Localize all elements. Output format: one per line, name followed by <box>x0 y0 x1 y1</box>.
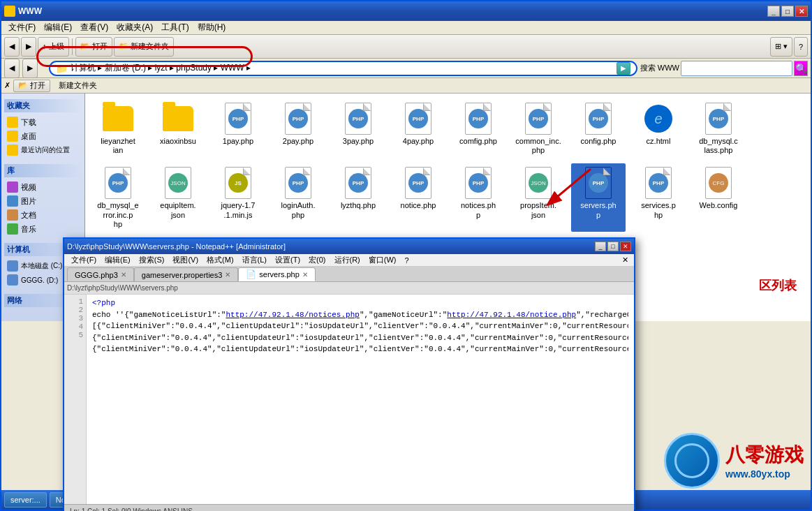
open-button[interactable]: 📂 打开 <box>75 37 112 57</box>
npp-tab-gameserver[interactable]: gameserver.properties3 ✕ <box>134 267 239 281</box>
php-icon-selected: PHP <box>585 167 612 199</box>
address-go-button[interactable]: ▶ <box>617 62 630 75</box>
npp-menu-search[interactable]: 搜索(S) <box>135 254 169 266</box>
file-item-servers[interactable]: PHP servers.php <box>571 163 626 232</box>
file-item-4pay[interactable]: PHP 4pay.php <box>391 99 445 158</box>
file-item-jquery[interactable]: JS jquery-1.7.1.min.js <box>211 163 265 232</box>
menu-favorites[interactable]: 收藏夹(A) <box>112 20 157 35</box>
menu-file[interactable]: 文件(F) <box>4 20 40 35</box>
back-button[interactable]: ◀ <box>4 37 20 57</box>
npp-menu-window[interactable]: 窗口(W) <box>364 254 401 266</box>
maximize-button[interactable]: □ <box>781 6 794 17</box>
npp-code-area[interactable]: <?php echo ''{"gameNoticeListUrl":"http:… <box>87 295 634 504</box>
menu-tools[interactable]: 工具(T) <box>157 20 193 35</box>
file-item-xiaoxinbsu[interactable]: xiaoxinbsu <box>151 99 205 158</box>
file-icon: e <box>642 102 675 135</box>
npp-tab-gggg[interactable]: GGGG.php3 ✕ <box>67 267 134 281</box>
sidebar-item-c-label: 本地磁盘 (C:) <box>21 261 62 271</box>
sidebar-item-video[interactable]: 视频 <box>4 180 82 194</box>
ie-icon: e <box>644 105 672 133</box>
nav-forward-button[interactable]: ▶ <box>22 59 38 78</box>
sidebar-item-docs[interactable]: 文档 <box>4 208 82 222</box>
npp-menu-language[interactable]: 语言(L) <box>238 254 271 266</box>
taskbar-item-server[interactable]: server:... <box>4 492 47 508</box>
menu-view[interactable]: 查看(V) <box>76 20 112 35</box>
search-input[interactable] <box>681 61 792 76</box>
annotation-text: 区列表 <box>759 277 797 294</box>
sidebar-item-downloads[interactable]: 下载 <box>4 115 82 129</box>
file-icon: PHP <box>462 102 495 135</box>
npp-status-text: Ln: 1 Col: 1 Sel: 0|0 Windows ANSI INS <box>70 508 193 511</box>
menu-edit[interactable]: 编辑(E) <box>40 20 76 35</box>
help-button[interactable]: ? <box>794 37 808 57</box>
file-item-notices[interactable]: PHP notices.php <box>451 163 505 232</box>
file-item-loginauth[interactable]: PHP loginAuth.php <box>271 163 325 232</box>
file-item-notice[interactable]: PHP notice.php <box>391 163 445 232</box>
npp-menu-help[interactable]: ? <box>401 256 413 265</box>
minimize-button[interactable]: _ <box>767 6 780 17</box>
code-line-3: [{"clientMiniVer":"0.0.4.4","clientUpdat… <box>92 320 628 332</box>
npp-menu-run[interactable]: 运行(R) <box>330 254 364 266</box>
watermark-circle <box>664 433 720 489</box>
file-item-db-mysql-class[interactable]: PHP db_mysql.class.php <box>691 99 746 158</box>
npp-menu-format[interactable]: 格式(M) <box>202 254 238 266</box>
search-button[interactable]: 🔍 <box>794 61 808 76</box>
forward-button[interactable]: ▶ <box>21 37 36 57</box>
file-item-equipitem[interactable]: JSON equipItem.json <box>151 163 205 232</box>
file-item-db-mysql-error[interactable]: PHP db_mysql_error.inc.php <box>91 163 145 232</box>
npp-menu-file[interactable]: 文件(F) <box>67 254 101 266</box>
nav-back-button[interactable]: ◀ <box>4 59 20 78</box>
close-button[interactable]: ✕ <box>795 6 808 17</box>
php-icon: PHP <box>585 103 612 135</box>
folder-icon <box>4 6 15 17</box>
address-input[interactable] <box>71 64 617 73</box>
sidebar-item-desktop-label: 桌面 <box>21 131 36 142</box>
sidebar-item-downloads-label: 下载 <box>21 117 36 128</box>
file-item-cz-html[interactable]: e cz.html <box>631 99 686 158</box>
npp-minimize-button[interactable]: _ <box>595 242 606 251</box>
file-item-webconfig[interactable]: CFG Web.config <box>691 163 746 232</box>
file-item-services[interactable]: PHP services.php <box>631 163 686 232</box>
sidebar-item-recent[interactable]: 最近访问的位置 <box>4 143 82 157</box>
npp-tab-servers[interactable]: 📄 servers.php ✕ <box>238 267 315 281</box>
file-item-1pay[interactable]: PHP 1pay.php <box>211 99 265 158</box>
toolbar2: ✗ 📂 打开 新建文件夹 <box>1 78 811 94</box>
file-item-common[interactable]: PHP common_inc.php <box>511 99 566 158</box>
sidebar-item-desktop[interactable]: 桌面 <box>4 129 82 143</box>
file-item-propsitem[interactable]: JSON propsItem.json <box>511 163 566 232</box>
folder-icon <box>103 106 133 131</box>
npp-maximize-button[interactable]: □ <box>607 242 619 251</box>
npp-close-button[interactable]: ✕ <box>620 242 631 251</box>
php-inner: PHP <box>589 173 608 193</box>
new-folder-button[interactable]: 📁 新建文件夹 <box>114 37 174 57</box>
address-input-wrapper: 📁 ▶ <box>49 61 637 76</box>
php-inner: PHP <box>468 109 488 128</box>
npp-tab-close[interactable]: ✕ <box>225 271 230 279</box>
file-item-lieyanzhetian[interactable]: lieyanzhetian <box>91 99 145 158</box>
npp-tabs: GGGG.php3 ✕ gameserver.properties3 ✕ 📄 s… <box>64 267 634 282</box>
file-item-comfig[interactable]: PHP comfig.php <box>451 99 505 158</box>
file-item-2pay[interactable]: PHP 2pay.php <box>271 99 325 158</box>
file-item-lyzthq[interactable]: PHP lyzthq.php <box>331 163 385 232</box>
sidebar-item-d-label: GGGG. (D:) <box>21 276 58 284</box>
npp-menu-view[interactable]: 视图(V) <box>168 254 202 266</box>
npp-x-close[interactable]: ✕ <box>619 256 631 265</box>
toolbar2-open[interactable]: 📂 打开 <box>13 80 50 92</box>
file-label: 1pay.php <box>223 137 253 146</box>
view-options-button[interactable]: ⊞ ▾ <box>770 37 792 57</box>
file-icon <box>101 102 135 135</box>
npp-menu-macro[interactable]: 宏(0) <box>304 254 330 266</box>
file-item-config[interactable]: PHP config.php <box>571 99 626 158</box>
sidebar-item-music[interactable]: 音乐 <box>4 222 82 236</box>
sidebar-item-pictures[interactable]: 图片 <box>4 194 82 208</box>
npp-menu-settings[interactable]: 设置(T) <box>271 254 304 266</box>
up-button[interactable]: ↑ 上级 <box>38 37 69 57</box>
file-icon: PHP <box>462 166 495 200</box>
menu-help[interactable]: 帮助(H) <box>193 20 230 35</box>
address-bar: ◀ ▶ 📁 ▶ 搜索 WWW 🔍 <box>1 59 811 78</box>
npp-tab-close[interactable]: ✕ <box>121 271 126 279</box>
menu-bar: 文件(F) 编辑(E) 查看(V) 收藏夹(A) 工具(T) 帮助(H) <box>1 21 811 35</box>
file-item-3pay[interactable]: PHP 3pay.php <box>331 99 385 158</box>
npp-menu-edit[interactable]: 编辑(E) <box>101 254 135 266</box>
npp-tab-close[interactable]: ✕ <box>302 271 308 279</box>
